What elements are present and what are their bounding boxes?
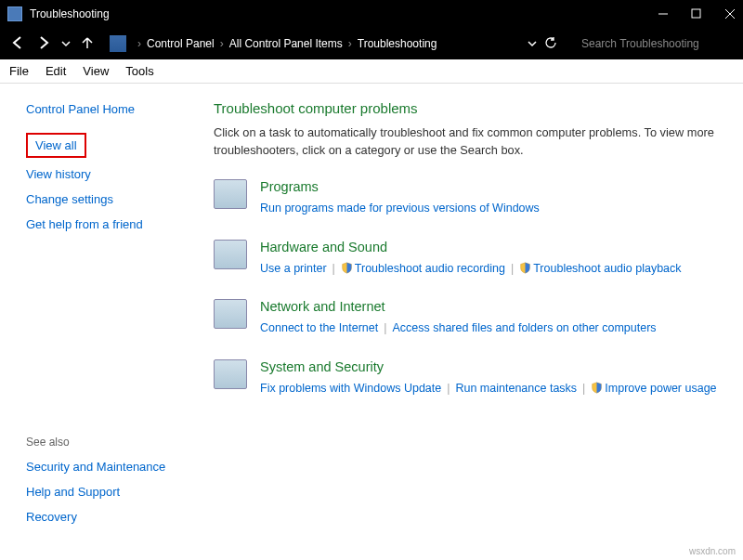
sidebar-control-panel-home[interactable]: Control Panel Home: [26, 102, 204, 116]
sidebar-recovery[interactable]: Recovery: [26, 510, 204, 524]
sidebar-help-support[interactable]: Help and Support: [26, 485, 204, 499]
recent-dropdown[interactable]: [61, 37, 71, 51]
back-button[interactable]: [9, 34, 26, 54]
sidebar-view-history[interactable]: View history: [26, 167, 204, 181]
divider: |: [332, 262, 335, 275]
divider: |: [582, 382, 585, 395]
minimize-button[interactable]: [658, 8, 669, 20]
category: ProgramsRun programs made for previous v…: [214, 179, 734, 219]
task-link[interactable]: Access shared files and folders on other…: [392, 321, 656, 334]
category: Network and InternetConnect to the Inter…: [214, 299, 734, 339]
category-links: Fix problems with Windows Update|Run mai…: [260, 378, 734, 399]
sidebar-view-all[interactable]: View all: [35, 138, 77, 152]
uac-shield-icon: [591, 382, 605, 395]
sidebar: Control Panel Home View all View history…: [0, 84, 204, 560]
task-link[interactable]: Troubleshoot audio recording: [355, 262, 505, 275]
category-icon: [214, 299, 247, 329]
category-icon: [214, 179, 247, 209]
sidebar-change-settings[interactable]: Change settings: [26, 192, 204, 206]
category-title[interactable]: Hardware and Sound: [260, 240, 734, 254]
category-title[interactable]: Programs: [260, 179, 734, 194]
navbar: › Control Panel › All Control Panel Item…: [0, 28, 743, 59]
task-link[interactable]: Run programs made for previous versions …: [260, 202, 540, 215]
titlebar: Troubleshooting: [0, 0, 743, 28]
uac-shield-icon: [341, 262, 355, 275]
breadcrumb-item[interactable]: Control Panel: [147, 37, 215, 50]
category-links: Connect to the Internet|Access shared fi…: [260, 318, 734, 339]
category-icon: [214, 359, 247, 389]
breadcrumb: › Control Panel › All Control Panel Item…: [110, 35, 518, 52]
content: Control Panel Home View all View history…: [0, 84, 743, 560]
menubar: File Edit View Tools: [0, 59, 743, 84]
task-link[interactable]: Run maintenance tasks: [455, 382, 577, 395]
category: Hardware and SoundUse a printer|Troubles…: [214, 240, 734, 280]
chevron-right-icon: ›: [348, 37, 352, 50]
forward-button[interactable]: [35, 34, 52, 54]
chevron-right-icon: ›: [220, 37, 224, 50]
up-button[interactable]: [80, 35, 95, 53]
close-button[interactable]: [724, 8, 736, 20]
see-also-label: See also: [26, 436, 204, 449]
task-link[interactable]: Improve power usage: [605, 382, 716, 395]
breadcrumb-dropdown[interactable]: [528, 37, 537, 51]
refresh-button[interactable]: [544, 36, 557, 52]
search-input[interactable]: [576, 33, 734, 55]
divider: |: [447, 382, 450, 395]
task-link[interactable]: Fix problems with Windows Update: [260, 382, 441, 395]
page-heading: Troubleshoot computer problems: [214, 100, 734, 116]
svg-rect-1: [692, 9, 700, 18]
category-title[interactable]: Network and Internet: [260, 299, 734, 314]
watermark: wsxdn.com: [689, 546, 736, 556]
category-title[interactable]: System and Security: [260, 359, 734, 374]
menu-tools[interactable]: Tools: [125, 64, 153, 78]
divider: |: [511, 262, 514, 275]
control-panel-icon: [110, 35, 126, 52]
menu-view[interactable]: View: [83, 64, 109, 78]
chevron-right-icon: ›: [137, 37, 141, 50]
task-link[interactable]: Troubleshoot audio playback: [533, 262, 681, 275]
category-links: Use a printer|Troubleshoot audio recordi…: [260, 258, 734, 280]
window-title: Troubleshooting: [30, 7, 658, 20]
category-links: Run programs made for previous versions …: [260, 198, 734, 219]
app-icon: [7, 7, 22, 21]
page-subtitle: Click on a task to automatically trouble…: [214, 124, 734, 159]
task-link[interactable]: Use a printer: [260, 262, 327, 275]
task-link[interactable]: Connect to the Internet: [260, 321, 378, 334]
maximize-button[interactable]: [691, 8, 702, 20]
sidebar-get-help[interactable]: Get help from a friend: [26, 217, 204, 231]
category: System and SecurityFix problems with Win…: [214, 359, 734, 399]
uac-shield-icon: [519, 262, 533, 275]
sidebar-security-maintenance[interactable]: Security and Maintenance: [26, 460, 204, 474]
breadcrumb-item[interactable]: All Control Panel Items: [229, 37, 343, 50]
menu-edit[interactable]: Edit: [46, 64, 66, 78]
breadcrumb-item[interactable]: Troubleshooting: [358, 37, 437, 50]
main-panel: Troubleshoot computer problems Click on …: [204, 84, 743, 560]
sidebar-item-highlight: View all: [26, 133, 86, 158]
menu-file[interactable]: File: [9, 64, 29, 78]
category-icon: [214, 240, 247, 269]
divider: |: [384, 321, 386, 334]
